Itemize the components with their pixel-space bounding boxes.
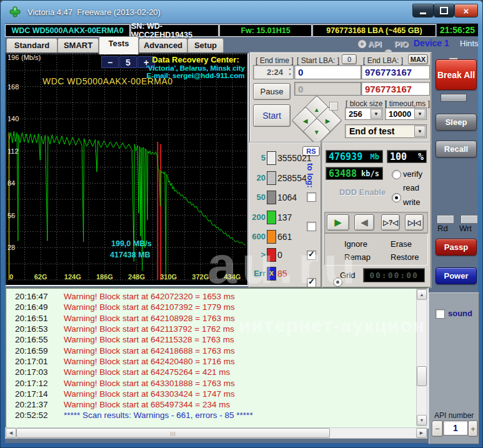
seek-end-icon: ▷|◁ xyxy=(408,219,421,227)
scroll-left-arrow-icon[interactable]: ◀ xyxy=(6,428,16,438)
wrt-indicator xyxy=(461,215,478,224)
block-size-value: 256 xyxy=(346,109,362,119)
api-number-decrement-button[interactable]: − xyxy=(432,421,443,437)
rd-label: Rd xyxy=(437,224,448,233)
recall-button[interactable]: Recall xyxy=(436,141,477,157)
stat-label-20: 20 xyxy=(249,173,266,182)
x-axis-tick: 0 xyxy=(9,273,13,281)
drive-model-display: WDC WD5000AAKX-00ERMA0 xyxy=(5,24,130,37)
api-number-label: API number xyxy=(434,411,474,420)
sound-checkbox[interactable] xyxy=(436,309,445,319)
log-50-checkbox[interactable] xyxy=(307,192,316,202)
start-lba-zero-button[interactable]: 0 xyxy=(342,54,357,64)
scroll-up-arrow-icon[interactable]: ▲ xyxy=(417,289,427,300)
maximize-icon xyxy=(440,7,448,14)
minimize-button[interactable] xyxy=(412,4,434,17)
read-radio[interactable] xyxy=(392,193,401,202)
power-button[interactable]: Power xyxy=(436,267,477,284)
stat-block-600 xyxy=(267,230,276,244)
verify-radio[interactable] xyxy=(392,170,401,179)
break-all-button[interactable]: Break All xyxy=(436,59,477,90)
maximize-button[interactable] xyxy=(434,4,454,17)
tab-tests[interactable]: Tests xyxy=(99,36,139,54)
verify-radio-label: verify xyxy=(403,169,422,179)
log-entry: 20:17:03Warning! Block start at 64247526… xyxy=(15,367,415,377)
graph-zoom-out-button[interactable]: − xyxy=(101,56,119,68)
seek-left-icon: ◀ xyxy=(303,117,308,124)
scan-seek-end-button[interactable]: ▷|◁ xyxy=(405,214,424,231)
scan-play-button[interactable]: ▶ xyxy=(327,214,349,231)
block-size-select[interactable]: 256 ▼ xyxy=(345,107,383,120)
start-button[interactable]: Start xyxy=(253,104,291,127)
drive-serial-display: SN: WD-WCC2EHD19435 xyxy=(131,24,219,37)
seek-right-icon: ▶ xyxy=(326,117,331,124)
sleep-button[interactable]: Sleep xyxy=(436,114,477,131)
timer-lcd: 00:00:00 xyxy=(363,268,425,282)
end-time-spin-arrows[interactable]: ▲▼ xyxy=(288,66,292,77)
horizontal-scrollbar-thumb[interactable]: ||| xyxy=(16,428,330,438)
tab-setup[interactable]: Setup xyxy=(187,38,224,54)
hints-checkbox-label: Hints xyxy=(460,39,479,48)
log-entry: 20:52:52***** Scan results: Warnings - 6… xyxy=(15,410,415,421)
remap-radio-label: Remap xyxy=(344,252,371,262)
stat-block-err: x xyxy=(267,267,276,281)
scan-back-button[interactable]: ◀ xyxy=(354,214,374,231)
end-time-spinner[interactable]: 2:24 ▲▼ xyxy=(253,65,294,79)
log-horizontal-scrollbar[interactable]: ◀ ||| ▶ xyxy=(5,427,427,439)
end-lba-label: [ End LBA: ] xyxy=(363,56,403,65)
on-end-select[interactable]: End of test ▼ xyxy=(345,124,427,138)
seek-pad-checkbox[interactable] xyxy=(329,102,338,111)
pause-button[interactable]: Pause xyxy=(253,83,291,100)
log-entry: 20:16:59Warning! Block start at 64241868… xyxy=(15,345,415,356)
api-number-increment-button[interactable]: + xyxy=(468,421,478,437)
log-scrollbar-thumb[interactable] xyxy=(417,366,427,386)
tab-standard[interactable]: Standard xyxy=(6,38,57,54)
block-size-dropdown-arrow-icon[interactable]: ▼ xyxy=(371,109,382,119)
log-entries: 20:16:47Warning! Block start at 64207232… xyxy=(15,291,415,421)
max-lba-button[interactable]: MAX xyxy=(408,54,428,64)
passp-button[interactable]: Passp xyxy=(436,239,477,256)
y-axis-unit: (Mb/s) xyxy=(21,54,41,61)
tab-advanced[interactable]: Advanced xyxy=(139,38,187,54)
position-lcd-value: 476939 xyxy=(326,151,362,162)
on-end-dropdown-arrow-icon[interactable]: ▼ xyxy=(414,126,426,137)
timeout-select[interactable]: 10000 ▼ xyxy=(385,107,427,120)
footer-panel: sound API number − 1 + xyxy=(429,292,479,444)
tab-smart[interactable]: SMART xyxy=(57,38,99,54)
grid-checkbox-label: Grid xyxy=(340,271,356,280)
x-axis-tick: 186G xyxy=(96,273,113,281)
cursor-position-readout: 417438 MB xyxy=(110,251,151,259)
close-button[interactable]: × xyxy=(454,4,478,17)
speed-graph[interactable]: (Mb/s) − 5 + Data Recovery Center: 'Vict… xyxy=(5,52,249,286)
stat-value-5: 3555021 xyxy=(277,153,312,163)
api-number-input[interactable]: 1 xyxy=(443,421,468,436)
log-vertical-scrollbar[interactable]: ▲ ▼ xyxy=(416,289,427,426)
start-lba-input[interactable]: 0 xyxy=(294,65,361,79)
x-axis-tick: 434G xyxy=(224,273,241,281)
api-radio-label: API xyxy=(368,39,382,49)
speed-lcd-unit: kb/s xyxy=(361,169,382,178)
scan-seek-question-button[interactable]: ▷?◁ xyxy=(381,214,400,231)
scroll-down-arrow-icon[interactable]: ▼ xyxy=(417,415,427,426)
log-entry: 20:21:37Warning! Block start at 68549734… xyxy=(15,399,415,410)
title-bar[interactable]: Victoria 4.47 Freeware (2013-02-20) × xyxy=(0,0,483,23)
app-icon xyxy=(9,6,21,18)
x-axis-tick: 310G xyxy=(160,273,177,281)
log-over-checkbox[interactable] xyxy=(307,278,316,287)
log-600-checkbox[interactable] xyxy=(307,251,316,260)
write-radio-label: write xyxy=(403,197,420,207)
play-icon: ▶ xyxy=(334,217,342,228)
log-entry: 20:17:12Warning! Block start at 64330188… xyxy=(15,377,415,388)
break-progress-bar xyxy=(441,94,467,102)
clock-display: 21:56:25 xyxy=(437,24,478,36)
y-axis-tick: 140 xyxy=(7,115,19,122)
wrt-label: Wrt xyxy=(459,224,472,233)
stat-label-over: > xyxy=(249,250,266,259)
end-lba-input[interactable]: 976773167 xyxy=(361,65,430,79)
scroll-right-arrow-icon[interactable]: ▶ xyxy=(416,428,427,438)
timeout-dropdown-arrow-icon[interactable]: ▼ xyxy=(414,109,426,119)
stat-value-50: 1064 xyxy=(277,192,297,202)
log-200-checkbox[interactable] xyxy=(307,222,316,231)
api-radio[interactable] xyxy=(357,39,367,49)
device-label: Device 1 xyxy=(414,38,449,48)
